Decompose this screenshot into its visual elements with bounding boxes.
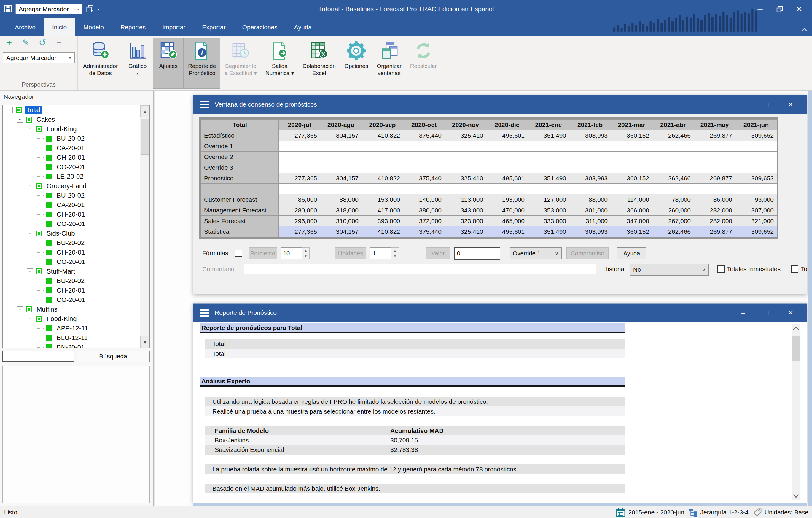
consensus-cell[interactable]: 140,000 [403,194,445,205]
tree-item-grocery-land[interactable]: -Grocery-Land [3,181,149,191]
consensus-cell[interactable] [611,162,652,173]
consensus-cell[interactable] [445,141,486,152]
restore-button[interactable] [770,0,789,19]
consensus-table[interactable]: Total2020-jul2020-ago2020-sep2020-oct202… [201,119,777,237]
consensus-cell[interactable]: 417,000 [362,205,403,216]
scroll-up-icon[interactable] [793,326,799,332]
consensus-cell[interactable]: 262,466 [652,130,694,141]
consensus-cell[interactable]: 375,440 [403,173,445,184]
consensus-cell[interactable] [694,162,735,173]
consensus-window-titlebar[interactable]: Ventana de consenso de pronósticos – □ ✕ [193,95,807,114]
consensus-cell[interactable]: 304,157 [320,173,362,184]
consensus-cell[interactable] [362,184,403,194]
chevron-down-icon[interactable]: ▾ [74,4,82,14]
menu-tab-ayuda[interactable]: Ayuda [286,19,320,36]
ribbon-button-ajustes[interactable]: Ajustes [153,38,184,89]
consensus-cell[interactable]: 280,000 [279,205,320,216]
tree-item-food-king[interactable]: -Food-King [3,314,149,324]
consensus-cell[interactable]: 318,000 [320,205,362,216]
consensus-cell[interactable] [279,141,320,152]
consensus-cell[interactable]: 380,000 [403,205,445,216]
maximize-button[interactable]: □ [757,100,776,109]
consensus-cell[interactable]: 333,000 [528,216,570,226]
consensus-cell[interactable]: 88,000 [570,194,611,205]
quarterly-totals-checkbox[interactable] [717,265,725,272]
tree-item-ca-20-01[interactable]: CA-20-01 [3,143,149,153]
close-button[interactable]: ✕ [781,309,800,317]
consensus-cell[interactable] [694,141,735,152]
tree-item-co-20-01[interactable]: CO-20-01 [3,162,149,172]
consensus-cell[interactable]: 372,000 [403,216,445,226]
consensus-cell[interactable] [652,162,694,173]
consensus-cell[interactable]: 86,000 [279,194,320,205]
consensus-cell[interactable]: 277,365 [279,173,320,184]
consensus-cell[interactable] [528,162,570,173]
tree-item-co-20-01[interactable]: CO-20-01 [3,295,149,305]
tree-item-co-20-01[interactable]: CO-20-01 [3,219,149,229]
consensus-cell[interactable] [611,141,652,152]
tree-collapse-icon[interactable]: - [27,183,33,189]
remove-perspective-icon[interactable]: − [54,38,64,48]
consensus-cell[interactable]: 375,440 [403,130,445,141]
consensus-cell[interactable] [528,184,570,194]
ribbon-button-administrador-de-datos[interactable]: Administradorde Datos [79,38,122,89]
add-perspective-icon[interactable]: + [4,38,14,48]
consensus-cell[interactable]: 262,466 [652,173,694,184]
consensus-cell[interactable] [279,152,320,162]
ribbon-button-opciones[interactable]: Opciones [340,38,373,89]
consensus-cell[interactable]: 153,000 [362,194,403,205]
consensus-cell[interactable] [445,184,486,194]
consensus-cell[interactable]: 495,601 [486,173,528,184]
report-scrollbar[interactable] [791,324,801,500]
minimize-button[interactable]: – [734,100,753,109]
consensus-cell[interactable]: 301,000 [570,205,611,216]
consensus-cell[interactable]: 325,410 [445,226,486,237]
consensus-cell[interactable]: 410,822 [362,226,403,237]
ribbon-button-colaboraci-n-excel[interactable]: XColaboraciónExcel [298,38,340,89]
consensus-cell[interactable]: 260,000 [652,205,694,216]
tree-item-sids-club[interactable]: -Sids-Club [3,229,149,238]
consensus-cell[interactable]: 303,993 [570,173,611,184]
ribbon-button-organizar-ventanas[interactable]: Organizarventanas [373,38,406,89]
tree-item-blu-12-11[interactable]: BLU-12-11 [3,333,149,343]
consensus-cell[interactable]: 353,000 [528,205,570,216]
consensus-cell[interactable] [403,152,445,162]
consensus-cell[interactable] [735,184,777,194]
consensus-cell[interactable]: 410,822 [362,130,403,141]
minimize-button[interactable]: – [734,309,753,317]
consensus-cell[interactable] [320,152,362,162]
percent-stepper[interactable]: ▲▼ [281,248,310,259]
consensus-cell[interactable] [570,162,611,173]
window-menu-icon[interactable] [200,101,209,108]
menu-tab-inicio[interactable]: Inicio [44,19,75,36]
consensus-cell[interactable]: 113,000 [445,194,486,205]
consensus-cell[interactable]: 495,601 [486,226,528,237]
tree-item-app-12-11[interactable]: APP-12-11 [3,324,149,333]
consensus-cell[interactable]: 304,157 [320,226,362,237]
consensus-cell[interactable]: 311,000 [570,216,611,226]
consensus-cell[interactable] [611,152,652,162]
consensus-cell[interactable]: 323,000 [445,216,486,226]
consensus-cell[interactable]: 78,000 [652,194,694,205]
tree-scrollbar[interactable]: ▲ ▼ [140,105,149,348]
consensus-cell[interactable] [570,184,611,194]
bookmark-combo[interactable]: Agregar Marcador ▾ [16,4,82,14]
consensus-cell[interactable]: 304,157 [320,130,362,141]
tree-item-bu-20-02[interactable]: BU-20-02 [3,276,149,286]
tree-item-co-20-01[interactable]: CO-20-01 [3,257,149,267]
spinner-arrows[interactable]: ▲▼ [302,248,310,259]
tree-item-ca-20-01[interactable]: CA-20-01 [3,200,149,210]
consensus-cell[interactable] [486,184,528,194]
tree-collapse-icon[interactable]: - [17,117,23,122]
scrollbar-thumb[interactable] [791,336,801,361]
tree-item-le-20-02[interactable]: LE-20-02 [3,172,149,181]
consensus-cell[interactable]: 351,490 [528,173,570,184]
tree-item-bu-20-02[interactable]: BU-20-02 [3,191,149,200]
consensus-cell[interactable]: 325,410 [445,130,486,141]
search-button[interactable]: Búsqueda [77,351,150,362]
qat-customize-icon[interactable]: ▾ [97,7,99,11]
consensus-cell[interactable]: 321,000 [735,216,777,226]
consensus-cell[interactable]: 193,000 [486,194,528,205]
consensus-cell[interactable] [486,162,528,173]
tree-collapse-icon[interactable]: - [7,107,13,113]
